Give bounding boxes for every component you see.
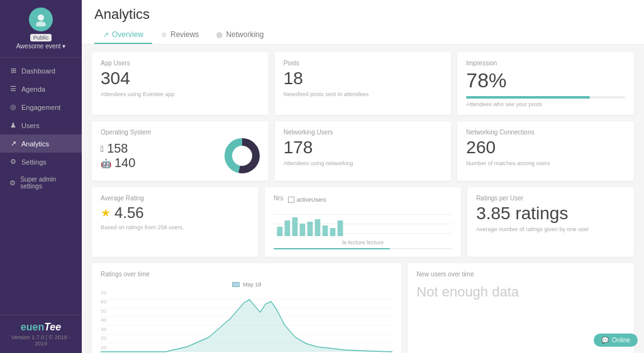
card-posts: Posts 18 Newsfeed posts sent to attendee…	[275, 52, 452, 115]
os-apple-value: 158	[107, 141, 128, 156]
card-sub: Newsfeed posts sent to attendees	[284, 91, 443, 97]
y-label: 60	[101, 299, 106, 305]
cards-row-3: Average Rating ★ 4.56 Based on ratings f…	[92, 187, 634, 257]
sidebar-item-label: Dashboard	[21, 67, 55, 75]
users-icon: ♟	[9, 121, 18, 129]
sidebar-item-agenda[interactable]: ☰ Agenda	[0, 80, 82, 98]
area-chart: 70 60 50 40 30 20 10 0	[101, 290, 392, 353]
legend-box	[288, 197, 294, 203]
card-networking-connections: Networking Connections 260 Number of mat…	[457, 121, 634, 181]
card-os: Operating System  158 🤖 140	[92, 121, 269, 181]
sidebar-item-label: Engagement	[21, 104, 60, 111]
cards-row-2: Operating System  158 🤖 140	[92, 121, 634, 181]
card-value: 178	[284, 138, 443, 158]
online-badge[interactable]: 💬 Online	[594, 334, 638, 347]
sidebar-header: Public Awesome event ▾	[0, 0, 82, 58]
chart-title: New users over time	[416, 271, 625, 278]
avatar	[29, 8, 53, 31]
svg-point-0	[38, 14, 44, 21]
card-sub: Based on ratings from 258 users.	[101, 224, 250, 231]
os-numbers:  158 🤖 140	[101, 141, 135, 170]
svg-rect-8	[284, 220, 290, 236]
online-label: Online	[612, 337, 630, 344]
logo: euenTee	[5, 322, 77, 333]
os-apple-row:  158	[101, 141, 135, 156]
sidebar-item-label: Super admin settings	[20, 176, 73, 190]
card-label: Networking Connections	[466, 129, 625, 136]
sidebar-item-label: Settings	[21, 158, 47, 166]
chat-icon: 💬	[601, 337, 609, 344]
y-label: 10	[101, 345, 106, 350]
card-impression: Impression 78% Attendees who see your po…	[457, 52, 634, 115]
android-icon: 🤖	[101, 158, 111, 168]
tab-label: Networking	[226, 30, 264, 39]
tab-label: Overview	[112, 30, 143, 39]
analytics-icon: ↗	[9, 139, 18, 148]
os-android-row: 🤖 140	[101, 156, 135, 170]
bar-label: le lecture lecture	[274, 239, 452, 246]
sidebar-item-dashboard[interactable]: ⊞ Dashboard	[0, 62, 82, 80]
card-value: 78%	[466, 69, 625, 92]
tabs-bar: ↗ Overview ☆ Reviews ◎ Networking	[94, 26, 631, 44]
svg-rect-11	[307, 222, 313, 236]
y-label: 30	[101, 327, 106, 332]
card-value: 304	[101, 69, 260, 89]
card-label: Networking Users	[284, 129, 443, 136]
main-content: Analytics ↗ Overview ☆ Reviews ◎ Network…	[82, 0, 644, 353]
sidebar: Public Awesome event ▾ ⊞ Dashboard ☰ Age…	[0, 0, 82, 353]
engagement-icon: ◎	[9, 103, 18, 111]
page-title: Analytics	[94, 6, 631, 23]
reviews-tab-icon: ☆	[161, 31, 167, 39]
networking-tab-icon: ◎	[216, 31, 223, 39]
tab-label: Reviews	[170, 30, 199, 39]
card-value: 260	[466, 138, 625, 158]
overview-tab-icon: ↗	[103, 31, 109, 39]
sidebar-item-label: Users	[21, 122, 40, 129]
tab-reviews[interactable]: ☆ Reviews	[152, 26, 208, 44]
svg-rect-10	[299, 224, 305, 236]
card-label: Impression	[466, 60, 625, 67]
sidebar-item-users[interactable]: ♟ Users	[0, 116, 82, 134]
svg-rect-13	[322, 225, 328, 236]
mini-bar-chart	[274, 208, 452, 239]
ratings-over-time-card: Ratings over time May 18	[92, 263, 401, 353]
sidebar-item-engagement[interactable]: ◎ Engagement	[0, 98, 82, 116]
card-label: Ratings per User	[476, 195, 625, 202]
sidebar-item-settings[interactable]: ⚙ Settings	[0, 153, 82, 171]
svg-rect-14	[330, 228, 336, 236]
progress-bar	[466, 96, 625, 99]
legend-label: activeUsers	[296, 197, 326, 203]
card-avg-rating: Average Rating ★ 4.56 Based on ratings f…	[92, 187, 258, 257]
star-icon: ★	[101, 206, 111, 220]
y-label: 40	[101, 317, 106, 323]
sidebar-item-superadmin[interactable]: ⚙ Super admin settings	[0, 171, 82, 195]
event-name[interactable]: Awesome event ▾	[16, 43, 66, 50]
card-sub: Average number of ratings given by one u…	[476, 226, 625, 232]
card-label: Posts	[284, 60, 443, 67]
sidebar-item-label: Agenda	[21, 85, 45, 93]
main-header: Analytics ↗ Overview ☆ Reviews ◎ Network…	[82, 0, 644, 45]
card-ratings-per-user: Ratings per User 3.85 ratings Average nu…	[467, 187, 634, 257]
os-card-inner:  158 🤖 140	[101, 138, 260, 173]
version-text: Version 1.7.0 | © 2018 - 2019	[5, 334, 77, 347]
apple-icon: 	[101, 144, 104, 154]
chart-nrs-label: Nrs	[274, 195, 284, 202]
sidebar-item-label: Analytics	[21, 140, 49, 148]
progress-fill	[466, 96, 590, 99]
card-mini-chart: Nrs activeUsers	[265, 187, 461, 257]
svg-rect-12	[314, 219, 320, 236]
card-networking-users: Networking Users 178 Attendees using net…	[275, 121, 452, 181]
bar-progress-bg	[274, 248, 452, 249]
y-label: 20	[101, 335, 106, 341]
chart-title: Ratings over time	[101, 271, 392, 278]
sidebar-footer: euenTee Version 1.7.0 | © 2018 - 2019	[0, 315, 82, 353]
tab-overview[interactable]: ↗ Overview	[94, 26, 152, 44]
svg-rect-4	[274, 214, 452, 215]
chart-legend: May 18	[101, 281, 392, 288]
sidebar-item-analytics[interactable]: ↗ Analytics	[0, 134, 82, 153]
superadmin-icon: ⚙	[9, 179, 16, 187]
tab-networking[interactable]: ◎ Networking	[208, 26, 272, 44]
card-label: Operating System	[101, 129, 260, 136]
svg-rect-15	[338, 220, 343, 236]
svg-rect-9	[292, 217, 297, 236]
